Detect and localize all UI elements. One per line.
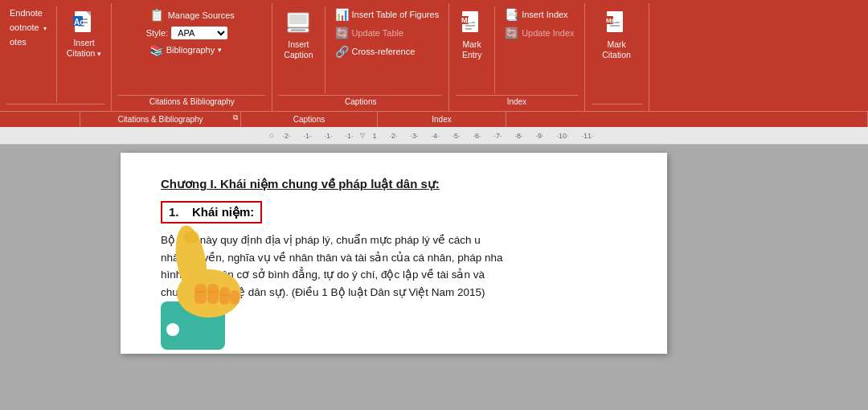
group-index: ME MarkEntry 📑 Insert Index 🔄 Update Ind… [449, 3, 584, 111]
insert-index-button[interactable]: 📑 Insert Index [502, 6, 577, 23]
cross-reference-icon: 🔗 [335, 45, 349, 58]
insert-caption-button[interactable]: InsertCaption Chương I. Khái niệm chung … [279, 6, 317, 63]
insert-table-figures-label: Insert Table of Figures [352, 10, 440, 19]
svg-rect-26 [194, 284, 207, 304]
bibliography-arrow: ▾ [218, 46, 222, 54]
update-table-button[interactable]: 🔄 Update Table [332, 25, 443, 41]
group-footnotes: Endnote ootnote ▾ otes [0, 3, 112, 111]
mark-entry-label: MarkEntry [462, 39, 482, 59]
svg-text:Ac: Ac [74, 18, 84, 27]
update-index-label: Update Index [522, 28, 574, 38]
svg-point-30 [183, 231, 199, 244]
insert-caption-icon [286, 10, 310, 37]
citations-buttons: 📋 Manage Sources Style: APA MLA Chicago [146, 6, 238, 58]
style-label: Style: [146, 28, 169, 38]
insert-caption-label: InsertCaption [284, 39, 313, 59]
index-inner: ME MarkEntry 📑 Insert Index 🔄 Update Ind… [456, 6, 577, 93]
footnotes-section-label [0, 112, 80, 127]
svg-text:MC: MC [606, 17, 616, 24]
mark-entry-button[interactable]: ME MarkEntry [456, 6, 488, 63]
sep1 [56, 6, 57, 102]
mark-citation-label: MarkCitation [602, 39, 631, 59]
footnote-button[interactable]: ootnote ▾ [6, 21, 50, 34]
mark-entry-icon: ME [461, 10, 483, 37]
captions-inner: InsertCaption Chương I. Khái niệm chung … [279, 6, 442, 93]
mark-citation-icon: MC [605, 10, 628, 37]
manage-sources-icon: 📋 [149, 8, 165, 23]
document-area: Chương I. Khái niệm chung về pháp luật d… [0, 145, 868, 410]
captions-group-label: Captions [279, 95, 442, 108]
footnotes-buttons: Endnote ootnote ▾ otes [6, 6, 50, 48]
svg-point-23 [166, 323, 179, 336]
update-table-label: Update Table [352, 28, 404, 38]
ribbon: Endnote ootnote ▾ otes [0, 0, 868, 127]
endnote-button[interactable]: Endnote [6, 6, 50, 19]
style-select[interactable]: APA MLA Chicago [171, 27, 227, 39]
mark-citation-button[interactable]: MC MarkCitation [596, 6, 637, 63]
group-mark-citation: MC MarkCitation [585, 3, 649, 111]
doc-wrapper: Chương I. Khái niệm chung về pháp luật d… [121, 153, 747, 410]
svg-rect-27 [207, 284, 219, 304]
svg-rect-8 [289, 14, 307, 24]
footnotes-inner: Endnote ootnote ▾ otes [6, 6, 104, 102]
insert-citation-button[interactable]: Ac InsertCitation ▾ [63, 6, 105, 61]
style-row: Style: APA MLA Chicago [146, 27, 238, 39]
update-index-button[interactable]: 🔄 Update Index [502, 25, 577, 41]
footnotes-group-label [6, 104, 104, 108]
insert-table-figures-button[interactable]: 📊 Insert Table of Figures [332, 6, 443, 23]
insert-citation-label: InsertCitation ▾ [67, 38, 102, 58]
index-group-label: Index [456, 95, 577, 108]
citations-inner: 📋 Manage Sources Style: APA MLA Chicago [146, 6, 238, 93]
captions-small-buttons: 📊 Insert Table of Figures 🔄 Update Table… [332, 6, 443, 59]
captions-section-label: Captions [241, 112, 378, 127]
mark-group-label [592, 104, 642, 108]
mark-section-label [506, 112, 868, 127]
insert-index-icon: 📑 [505, 8, 518, 21]
group-captions: InsertCaption Chương I. Khái niệm chung … [272, 3, 449, 111]
group-citations: 📋 Manage Sources Style: APA MLA Chicago [112, 3, 272, 111]
bibliography-icon: 📚 [149, 43, 163, 56]
manage-sources-label: Manage Sources [168, 10, 235, 20]
chapter-title: Chương I. Khái niệm chung về pháp luật d… [161, 177, 627, 191]
sep2 [325, 6, 326, 93]
svg-rect-28 [219, 287, 230, 305]
svg-text:ME: ME [461, 16, 473, 24]
cross-reference-label: Cross-reference [352, 47, 416, 56]
citations-group-label: Citations & Bibliography [118, 95, 265, 108]
svg-rect-29 [230, 290, 240, 305]
citations-expand-icon2[interactable]: ⧉ [233, 109, 238, 125]
ruler-inner: ◇ ·2· ·1· ·1· ·1· ▽ 1 ·2· ·3· ·4· ·5· ·6… [0, 132, 868, 140]
ruler: ◇ ·2· ·1· ·1· ·1· ▽ 1 ·2· ·3· ·4· ·5· ·6… [0, 127, 868, 145]
update-table-icon: 🔄 [335, 27, 349, 39]
citations-section-label: Citations & Bibliography ⧉ [80, 112, 241, 127]
notes-button[interactable]: otes [6, 35, 50, 48]
thumbs-up-illustration [129, 197, 265, 358]
insert-index-label: Insert Index [522, 10, 567, 19]
ribbon-labels-bar: Citations & Bibliography ⧉ Captions Inde… [0, 111, 868, 127]
cross-reference-button[interactable]: 🔗 Cross-reference [332, 43, 443, 59]
bibliography-label: Bibliography [166, 45, 215, 55]
index-section-label: Index [378, 112, 506, 127]
mark-citation-inner: MC MarkCitation [596, 6, 637, 102]
manage-sources-button[interactable]: 📋 Manage Sources [146, 6, 238, 24]
insert-table-figures-icon: 📊 [335, 8, 349, 21]
update-index-icon: 🔄 [505, 27, 518, 39]
bibliography-button[interactable]: 📚 Bibliography ▾ [146, 42, 238, 58]
insert-citation-icon: Ac [73, 10, 96, 35]
index-small-buttons: 📑 Insert Index 🔄 Update Index [502, 6, 577, 41]
ribbon-content: Endnote ootnote ▾ otes [0, 0, 868, 111]
sep3 [494, 6, 495, 93]
